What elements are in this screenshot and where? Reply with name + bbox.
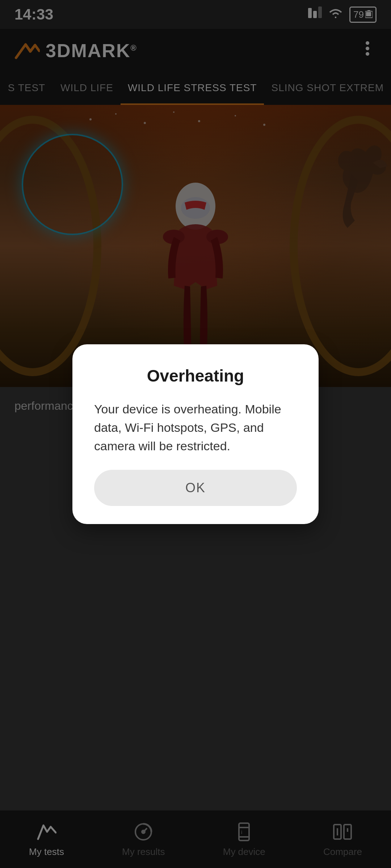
ok-button[interactable]: OK [94,470,297,506]
dialog-title: Overheating [147,366,244,386]
dialog-overlay: Overheating Your device is overheating. … [0,0,391,868]
dialog-message: Your device is overheating. Mobile data,… [94,400,297,455]
overheating-dialog: Overheating Your device is overheating. … [72,344,319,524]
